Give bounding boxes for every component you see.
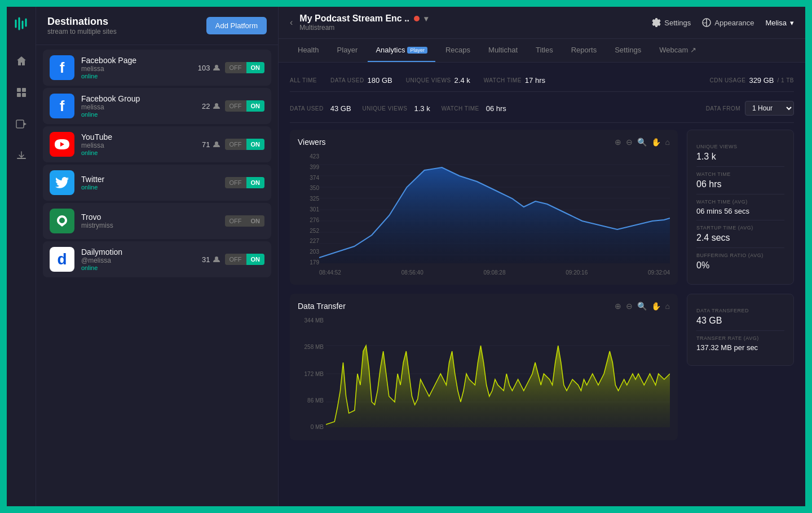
cdn-usage-group: CDN USAGE 329 GB / 1 TB [709, 76, 794, 85]
youtube-toggle-on[interactable]: ON [246, 139, 265, 150]
dailymotion-name: Dailymotion [81, 247, 202, 256]
zoom-in-icon[interactable]: ⊕ [615, 138, 621, 147]
destinations-panel: Destinations stream to multiple sites Ad… [36, 7, 279, 506]
magnify-icon[interactable]: 🔍 [637, 138, 647, 147]
unique-views-group: UNIQUE VIEWS 2.4 k [406, 76, 470, 85]
top-bar-actions: Settings Appearance Melisa ▾ [652, 18, 794, 27]
tab-recaps[interactable]: Recaps [438, 39, 478, 62]
stream-info: My Podcast Stream Enc .. ▾ Multistream [299, 14, 645, 32]
sidebar-grid-btn[interactable] [11, 82, 32, 103]
settings-action[interactable]: Settings [652, 18, 691, 27]
charts-area: Viewers ⊕ ⊖ 🔍 ✋ ⌂ 423 [290, 130, 794, 449]
trovo-user: mistrymiss [81, 222, 225, 229]
tab-settings[interactable]: Settings [607, 39, 649, 62]
viewers-chart-header: Viewers ⊕ ⊖ 🔍 ✋ ⌂ [298, 138, 670, 147]
sidebar-video-btn[interactable] [11, 114, 32, 134]
dt-magnify-icon[interactable]: 🔍 [637, 302, 647, 311]
platform-item-facebook-group[interactable]: f Facebook Group melissa online 22 OFF O… [43, 88, 271, 124]
back-button[interactable]: ‹ [290, 17, 293, 28]
user-menu[interactable]: Melisa ▾ [765, 19, 794, 27]
svg-rect-4 [16, 120, 24, 128]
facebook-group-controls: 22 OFF ON [202, 100, 264, 112]
twitter-toggle-off[interactable]: OFF [225, 177, 246, 188]
tab-multichat[interactable]: Multichat [480, 39, 526, 62]
dailymotion-toggle[interactable]: OFF ON [225, 254, 265, 265]
trovo-toggle[interactable]: OFF ON [225, 215, 265, 227]
facebook-group-toggle-off[interactable]: OFF [225, 100, 246, 112]
dailymotion-viewers: 31 [202, 255, 220, 264]
stream-dropdown-btn[interactable]: ▾ [424, 14, 428, 23]
svg-rect-0 [17, 88, 21, 92]
app-logo [14, 16, 29, 35]
trovo-toggle-off[interactable]: OFF [225, 215, 246, 227]
analytics-badge: Player [407, 47, 427, 54]
platform-item-dailymotion[interactable]: d Dailymotion @melissa online 31 OFF ON [43, 241, 271, 277]
sidebar-download-btn[interactable] [11, 145, 32, 166]
platform-item-twitter[interactable]: Twitter online OFF ON [43, 165, 271, 201]
data-from-select[interactable]: 1 Hour 6 Hours 24 Hours 7 Days 30 Days [745, 101, 794, 116]
tab-titles[interactable]: Titles [528, 39, 561, 62]
buffering-ratio-label: BUFFERING RATIO (AVG) [696, 253, 784, 258]
trovo-controls: OFF ON [225, 215, 265, 227]
platform-item-trovo[interactable]: Trovo mistrymiss OFF ON [43, 203, 271, 239]
tab-webcam[interactable]: Webcam ↗ [651, 39, 704, 62]
facebook-group-toggle-on[interactable]: ON [246, 100, 265, 112]
sidebar-home-btn[interactable] [11, 51, 32, 71]
settings-label: Settings [664, 19, 691, 27]
trovo-toggle-on[interactable]: ON [246, 215, 265, 227]
tab-reports[interactable]: Reports [563, 39, 605, 62]
destinations-heading: Destinations [47, 16, 117, 28]
facebook-page-toggle-on[interactable]: ON [246, 62, 265, 73]
stream-subtitle: Multistream [299, 24, 645, 32]
facebook-group-toggle[interactable]: OFF ON [225, 100, 265, 112]
facebook-group-info: Facebook Group melissa online [81, 94, 202, 118]
facebook-group-viewers: 22 [202, 102, 220, 110]
unique-views-value: 2.4 k [454, 76, 470, 85]
twitter-toggle-on[interactable]: ON [246, 177, 265, 188]
watch-time-2-label: WATCH TIME [442, 105, 479, 112]
add-platform-button[interactable]: Add Platform [206, 17, 267, 34]
dailymotion-toggle-on[interactable]: ON [246, 254, 265, 265]
analytics-area: ALL TIME DATA USED 180 GB UNIQUE VIEWS 2… [279, 63, 805, 506]
data-from-label: DATA FROM [706, 105, 740, 112]
tab-analytics[interactable]: Analytics Player [368, 39, 435, 62]
platform-item-youtube[interactable]: YouTube melissa online 71 OFF ON [43, 126, 271, 162]
dt-zoom-in-icon[interactable]: ⊕ [615, 302, 621, 311]
zoom-out-icon[interactable]: ⊖ [626, 138, 633, 147]
trovo-logo [50, 209, 74, 233]
unique-views-stat-label: UNIQUE VIEWS [696, 144, 784, 149]
unique-views-2-label: UNIQUE VIEWS [363, 105, 408, 112]
facebook-page-toggle-off[interactable]: OFF [225, 62, 246, 73]
user-name: Melisa [765, 19, 787, 27]
facebook-page-user: melissa [81, 65, 198, 73]
platform-item-facebook-page[interactable]: f Facebook Page melissa online 103 OFF O… [43, 50, 271, 86]
dailymotion-toggle-off[interactable]: OFF [225, 254, 246, 265]
viewers-svg [319, 153, 670, 266]
dt-pan-icon[interactable]: ✋ [651, 302, 661, 311]
trovo-name: Trovo [81, 213, 225, 222]
watch-time-stat-label: WATCH TIME [696, 171, 784, 177]
facebook-page-toggle[interactable]: OFF ON [225, 62, 265, 73]
dt-y-axis: 344 MB 258 MB 172 MB 86 MB 0 MB [298, 317, 326, 432]
stat-transfer-rate: TRANSFER RATE (AVG) 137.32 MB per sec [696, 331, 784, 356]
cdn-usage-total: / 1 TB [778, 77, 795, 83]
data-transferred-label: DATA TRANSFERED [696, 308, 784, 313]
cdn-usage-label: CDN USAGE [709, 77, 745, 83]
tab-player[interactable]: Player [329, 39, 366, 62]
dt-zoom-out-icon[interactable]: ⊖ [626, 302, 633, 311]
tab-health[interactable]: Health [290, 39, 327, 62]
appearance-action[interactable]: Appearance [702, 18, 754, 27]
twitter-toggle[interactable]: OFF ON [225, 177, 265, 188]
home-chart-icon[interactable]: ⌂ [665, 138, 670, 147]
youtube-toggle[interactable]: OFF ON [225, 139, 265, 150]
watch-time-group: WATCH TIME 17 hrs [484, 76, 545, 85]
youtube-toggle-off[interactable]: OFF [225, 139, 246, 150]
pan-icon[interactable]: ✋ [651, 138, 661, 147]
viewers-x-labels: 08:44:52 08:56:40 09:08:28 09:20:16 09:3… [319, 268, 670, 277]
twitter-logo [50, 170, 74, 195]
facebook-group-logo: f [50, 94, 74, 118]
dailymotion-status: online [81, 264, 202, 271]
dailymotion-user: @melissa [81, 256, 202, 264]
dt-home-icon[interactable]: ⌂ [665, 302, 670, 311]
stream-live-indicator [414, 16, 420, 21]
